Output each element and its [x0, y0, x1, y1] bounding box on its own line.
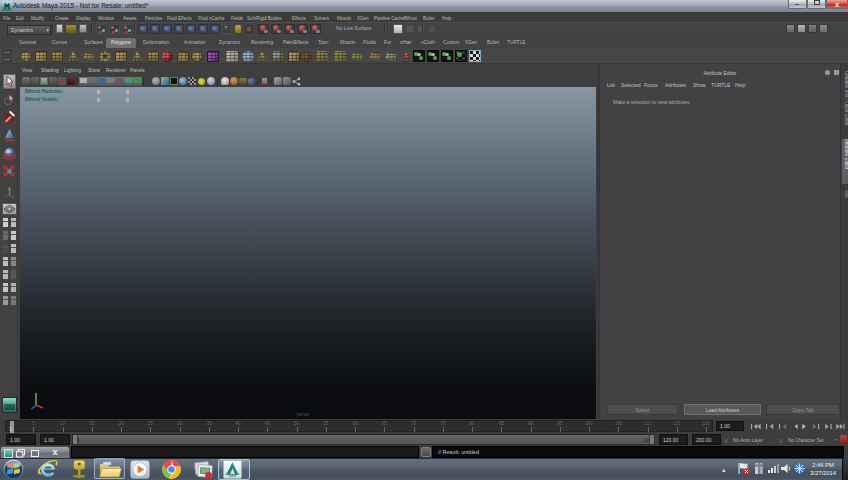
svg-text:MAYA: MAYA — [229, 474, 236, 478]
